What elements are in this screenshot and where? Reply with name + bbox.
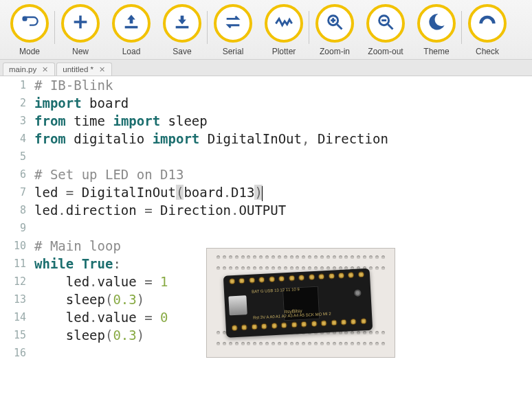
toolbar-item-serial: Serial <box>208 4 258 56</box>
toolbar-label: Check <box>476 47 499 56</box>
theme-button[interactable] <box>417 4 456 43</box>
code-text: led.value = 1 <box>34 273 168 290</box>
line-number: 13 <box>0 290 34 308</box>
toolbar-item-check: Check <box>462 4 513 56</box>
line-number: 1 <box>0 76 34 94</box>
plotter-button[interactable] <box>265 4 303 43</box>
toolbar-label: Plotter <box>272 47 296 56</box>
code-text: from time import sleep <box>34 112 208 130</box>
code-text: # Main loop <box>34 237 121 255</box>
plus-icon <box>71 12 90 34</box>
tab-untitled-[interactable]: untitled *✕ <box>56 62 112 76</box>
toolbar-label: Save <box>173 47 191 56</box>
line-number: 3 <box>0 112 34 130</box>
toolbar-item-save: Save <box>157 4 208 56</box>
toolbar-item-zoom-in: Zoom-in <box>309 4 360 56</box>
zoom-in-button[interactable] <box>315 4 354 43</box>
line-number: 4 <box>0 130 34 148</box>
close-icon[interactable]: ✕ <box>41 65 49 73</box>
check-button[interactable] <box>468 4 507 43</box>
svg-rect-0 <box>23 16 27 21</box>
code-line[interactable]: 2import board <box>0 94 532 112</box>
code-text: sleep(0.3) <box>34 326 144 344</box>
line-number: 2 <box>0 94 34 112</box>
line-number: 5 <box>0 148 34 165</box>
close-icon[interactable]: ✕ <box>98 65 106 73</box>
toolbar: ModeNewLoadSaveSerialPlotterZoom-inZoom-… <box>0 0 532 60</box>
code-line[interactable]: 8led.direction = Direction.OUTPUT <box>0 201 532 219</box>
code-text: while True: <box>34 255 121 273</box>
load-button[interactable] <box>112 4 151 43</box>
serial-icon <box>223 12 243 34</box>
toolbar-item-plotter: Plotter <box>258 4 309 56</box>
code-text: led.value = 0 <box>34 308 168 326</box>
code-line[interactable]: 7led = DigitalInOut(board.D13) <box>0 183 532 201</box>
line-number: 9 <box>0 219 34 237</box>
microcontroller-photo: BAT G USB 13 12 11 10 9 ItsyBitsy Rst 3V… <box>206 248 395 358</box>
toolbar-label: Zoom-in <box>320 47 350 56</box>
toolbar-label: Serial <box>223 47 244 56</box>
svg-rect-3 <box>125 26 138 29</box>
zoom-out-button[interactable] <box>366 4 405 43</box>
svg-line-10 <box>388 25 393 30</box>
line-number: 7 <box>0 183 34 201</box>
toolbar-item-mode: Mode <box>4 4 55 56</box>
code-line[interactable]: 3from time import sleep <box>0 112 532 130</box>
tab-label: main.py <box>9 65 36 73</box>
tab-bar: main.py✕untitled *✕ <box>0 60 532 76</box>
mode-button[interactable] <box>10 4 49 43</box>
svg-line-6 <box>337 25 342 30</box>
code-text: # IB-Blink <box>34 76 113 94</box>
code-editor[interactable]: 1# IB-Blink2import board3from time impor… <box>0 76 532 362</box>
line-number: 11 <box>0 255 34 273</box>
line-number: 14 <box>0 308 34 326</box>
line-number: 15 <box>0 326 34 344</box>
save-button[interactable] <box>163 4 201 43</box>
toolbar-label: Mode <box>19 47 40 56</box>
code-text: import board <box>34 94 129 112</box>
code-text: led = DigitalInOut(board.D13) <box>34 183 263 201</box>
toolbar-label: Zoom-out <box>368 47 403 56</box>
theme-icon <box>427 12 446 34</box>
mode-icon <box>20 12 39 34</box>
toolbar-item-zoom-out: Zoom-out <box>360 4 411 56</box>
save-icon <box>173 12 192 34</box>
code-line[interactable]: 9 <box>0 219 532 237</box>
code-text: led.direction = Direction.OUTPUT <box>34 201 286 219</box>
toolbar-label: Theme <box>423 47 449 56</box>
toolbar-item-new: New <box>55 4 106 56</box>
serial-button[interactable] <box>214 4 252 43</box>
code-line[interactable]: 4from digitalio import DigitalInOut, Dir… <box>0 130 532 148</box>
line-number: 16 <box>0 344 34 362</box>
line-number: 12 <box>0 273 34 290</box>
code-text: from digitalio import DigitalInOut, Dire… <box>34 130 388 148</box>
line-number: 6 <box>0 165 34 183</box>
line-number: 10 <box>0 237 34 255</box>
toolbar-item-theme: Theme <box>411 4 462 56</box>
zoom-in-icon <box>325 12 344 34</box>
line-number: 8 <box>0 201 34 219</box>
code-line[interactable]: 1# IB-Blink <box>0 76 532 94</box>
svg-rect-4 <box>176 26 189 29</box>
code-line[interactable]: 5 <box>0 148 532 165</box>
code-line[interactable]: 6# Set up LED on D13 <box>0 165 532 183</box>
plotter-icon <box>274 12 293 34</box>
zoom-out-icon <box>376 12 395 34</box>
tab-label: untitled * <box>63 65 93 73</box>
code-text: sleep(0.3) <box>34 290 144 308</box>
check-icon <box>478 12 497 34</box>
toolbar-item-load: Load <box>106 4 157 56</box>
toolbar-label: New <box>72 47 89 56</box>
code-text: # Set up LED on D13 <box>34 165 184 183</box>
plus-button[interactable] <box>61 4 100 43</box>
tab-main-py[interactable]: main.py✕ <box>3 62 55 76</box>
load-icon <box>122 12 141 34</box>
toolbar-label: Load <box>122 47 141 56</box>
